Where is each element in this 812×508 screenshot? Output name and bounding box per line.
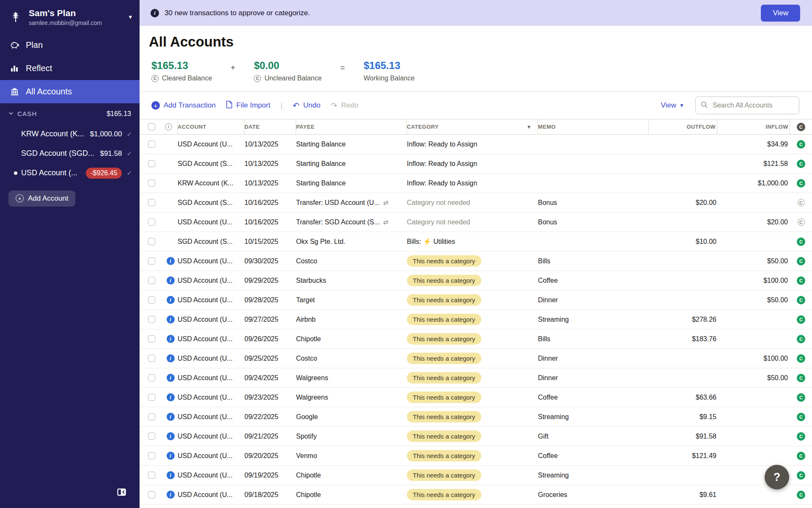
transaction-row[interactable]: iUSD Account (U...09/20/2025VenmoThis ne…	[140, 446, 812, 466]
row-checkbox[interactable]	[148, 179, 155, 187]
cleared-icon[interactable]: C	[797, 237, 805, 246]
row-checkbox[interactable]	[148, 316, 155, 323]
row-checkbox[interactable]	[148, 277, 155, 284]
plan-switcher[interactable]: Sam's Plan samlee.mobbin@gmail.com ▾	[0, 0, 140, 33]
needs-category-pill[interactable]: This needs a category	[407, 255, 481, 267]
transaction-row[interactable]: iUSD Account (U...09/21/2025SpotifyThis …	[140, 427, 812, 446]
cleared-icon[interactable]: C	[797, 354, 805, 363]
cleared-icon[interactable]: C	[797, 257, 805, 265]
cleared-icon[interactable]: C	[797, 491, 805, 499]
transaction-row[interactable]: SGD Account (S...10/16/2025Transfer: USD…	[140, 193, 812, 213]
needs-category-pill[interactable]: This needs a category	[407, 411, 481, 422]
info-icon[interactable]: i	[167, 491, 175, 499]
cleared-icon[interactable]: C	[797, 374, 805, 382]
add-transaction-button[interactable]: + Add Transaction	[151, 101, 216, 110]
transaction-row[interactable]: iUSD Account (U...09/25/2025CostcoThis n…	[140, 349, 812, 368]
needs-category-pill[interactable]: This needs a category	[407, 275, 481, 286]
row-checkbox[interactable]	[148, 413, 155, 420]
column-header-category[interactable]: CATEGORY ▼	[407, 119, 538, 134]
row-checkbox[interactable]	[148, 141, 155, 148]
info-icon[interactable]: i	[167, 471, 175, 479]
info-icon[interactable]: i	[167, 432, 175, 440]
column-header-outflow[interactable]: OUTFLOW	[649, 119, 717, 134]
transaction-row[interactable]: iUSD Account (U...09/22/2025GoogleThis n…	[140, 407, 812, 427]
row-checkbox[interactable]	[148, 238, 155, 245]
needs-category-pill[interactable]: This needs a category	[407, 450, 481, 461]
info-icon[interactable]: i	[167, 354, 175, 362]
row-checkbox[interactable]	[148, 433, 155, 440]
cleared-icon[interactable]: C	[797, 432, 805, 441]
needs-category-pill[interactable]: This needs a category	[407, 489, 481, 500]
info-icon[interactable]: i	[167, 315, 175, 323]
transaction-row[interactable]: SGD Account (S...10/15/2025Okx Sg Pte. L…	[140, 232, 812, 251]
transaction-row[interactable]: KRW Account (K...10/13/2025Starting Bala…	[140, 174, 812, 193]
transaction-row[interactable]: iUSD Account (U...09/24/2025WalgreensThi…	[140, 368, 812, 388]
row-checkbox[interactable]	[148, 491, 155, 498]
cleared-icon[interactable]: C	[797, 296, 805, 304]
cleared-column-icon[interactable]: C	[797, 123, 805, 131]
sidebar-item-reflect[interactable]: Reflect	[0, 57, 140, 80]
cleared-icon[interactable]: C	[797, 315, 805, 324]
row-checkbox[interactable]	[148, 472, 155, 479]
file-import-button[interactable]: File Import	[226, 101, 270, 110]
row-checkbox[interactable]	[148, 218, 155, 226]
cleared-icon[interactable]: C	[798, 218, 805, 226]
cash-section-toggle[interactable]: CASH $165.13	[0, 103, 140, 124]
row-checkbox[interactable]	[148, 160, 155, 167]
cleared-icon[interactable]: C	[797, 276, 805, 285]
info-icon[interactable]: i	[167, 276, 175, 284]
cleared-icon[interactable]: C	[797, 471, 805, 480]
view-dropdown[interactable]: View ▼	[661, 101, 684, 110]
transaction-row[interactable]: SGD Account (S...10/13/2025Starting Bala…	[140, 154, 812, 174]
row-checkbox[interactable]	[148, 452, 155, 459]
search-input[interactable]	[712, 101, 794, 110]
info-icon[interactable]: i	[167, 413, 175, 421]
undo-button[interactable]: ↶ Undo	[293, 101, 321, 110]
info-icon[interactable]: i	[167, 257, 175, 265]
sidebar-account-item[interactable]: USD Account (...-$926.45✓	[0, 163, 140, 183]
column-header-payee[interactable]: PAYEE	[296, 119, 407, 134]
select-all-checkbox[interactable]	[148, 123, 155, 130]
cleared-icon[interactable]: C	[797, 179, 805, 188]
cleared-icon[interactable]: C	[798, 199, 805, 206]
redo-button[interactable]: ↷ Redo	[331, 101, 359, 110]
cleared-icon[interactable]: C	[797, 140, 805, 149]
column-header-memo[interactable]: MEMO	[538, 119, 649, 134]
needs-category-pill[interactable]: This needs a category	[407, 392, 481, 403]
sidebar-item-plan[interactable]: Plan	[0, 33, 140, 57]
row-checkbox[interactable]	[148, 296, 155, 304]
view-transactions-button[interactable]: View	[761, 5, 800, 22]
transaction-row[interactable]: USD Account (U...10/16/2025Transfer: SGD…	[140, 213, 812, 232]
info-icon[interactable]: i	[167, 296, 175, 304]
add-account-button[interactable]: + Add Account	[8, 190, 75, 207]
needs-category-pill[interactable]: This needs a category	[407, 333, 481, 345]
collapse-sidebar-icon[interactable]	[116, 486, 127, 500]
cleared-icon[interactable]: C	[797, 160, 805, 168]
cleared-icon[interactable]: C	[797, 413, 805, 421]
transaction-row[interactable]: iUSD Account (U...09/29/2025StarbucksThi…	[140, 271, 812, 290]
transaction-row[interactable]: USD Account (U...10/13/2025Starting Bala…	[140, 135, 812, 154]
info-icon[interactable]: i	[167, 335, 175, 343]
cleared-icon[interactable]: C	[797, 452, 805, 460]
info-icon[interactable]: i	[167, 393, 175, 401]
transaction-row[interactable]: iUSD Account (U...09/28/2025TargetThis n…	[140, 290, 812, 310]
transaction-row[interactable]: iUSD Account (U...09/19/2025ChipotleThis…	[140, 466, 812, 485]
sidebar-account-item[interactable]: KRW Account (K...$1,000.00✓	[0, 124, 140, 144]
row-checkbox[interactable]	[148, 355, 155, 362]
row-checkbox[interactable]	[148, 374, 155, 381]
row-checkbox[interactable]	[148, 199, 155, 206]
sidebar-account-item[interactable]: SGD Account (SGD...$91.58✓	[0, 144, 140, 163]
row-checkbox[interactable]	[148, 257, 155, 265]
transaction-row[interactable]: iUSD Account (U...09/18/2025ChipotleThis…	[140, 485, 812, 505]
transaction-row[interactable]: iUSD Account (U...09/26/2025ChipotleThis…	[140, 329, 812, 349]
needs-category-pill[interactable]: This needs a category	[407, 372, 481, 384]
sidebar-item-all-accounts[interactable]: All Accounts	[0, 80, 140, 103]
info-icon[interactable]: i	[167, 452, 175, 460]
needs-category-pill[interactable]: This needs a category	[407, 469, 481, 481]
transaction-row[interactable]: iUSD Account (U...09/30/2025CostcoThis n…	[140, 251, 812, 271]
help-button[interactable]: ?	[765, 465, 789, 489]
row-checkbox[interactable]	[148, 335, 155, 342]
needs-category-pill[interactable]: This needs a category	[407, 353, 481, 364]
needs-category-pill[interactable]: This needs a category	[407, 294, 481, 306]
column-header-account[interactable]: ACCOUNT	[178, 119, 244, 134]
